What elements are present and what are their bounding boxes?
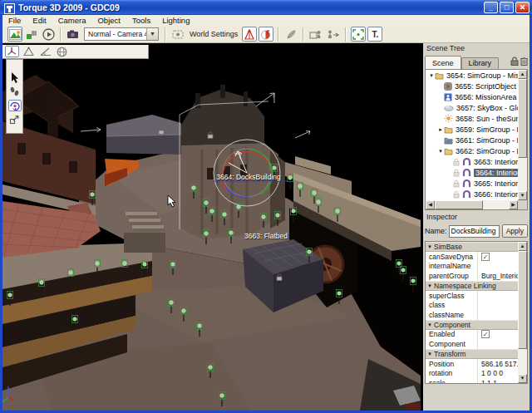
tree-item-3656[interactable]: 3656: MissionArea - Missio bbox=[426, 91, 518, 102]
chevron-down-icon[interactable]: ▼ bbox=[146, 28, 158, 40]
tree-expander[interactable]: ▸ bbox=[437, 126, 444, 133]
property-row-Component: Component bbox=[426, 339, 518, 349]
select-tool-button[interactable] bbox=[8, 71, 22, 83]
property-value[interactable] bbox=[477, 300, 518, 310]
property-value[interactable]: Burg_Interiors bbox=[477, 271, 518, 281]
interior-icon bbox=[462, 189, 471, 199]
rotate-tool-button[interactable] bbox=[8, 100, 22, 111]
tree-vertical-scrollbar[interactable]: ▲ ▼ bbox=[518, 70, 527, 200]
toolbar-separator bbox=[60, 27, 62, 42]
world-gizmo-button[interactable] bbox=[5, 46, 19, 57]
tab-library[interactable]: Library bbox=[461, 57, 500, 69]
tree-item-3654[interactable]: ▾3654: SimGroup - MissionGrou bbox=[426, 70, 518, 81]
titlebar[interactable]: Torque 3D 2009 - GDC09 _ □ ✕ bbox=[0, 0, 532, 15]
tree-item-3655[interactable]: 3655: ScriptObject - LevelIn bbox=[426, 81, 518, 91]
tree-horizontal-scrollbar[interactable]: ◀ ▶ bbox=[426, 200, 518, 209]
interior-icon bbox=[462, 179, 471, 188]
interior-icon bbox=[462, 168, 471, 177]
sphere-flag-toggle[interactable] bbox=[259, 27, 273, 42]
angle-snap-button[interactable] bbox=[38, 46, 52, 57]
terrain-tower-toggle[interactable] bbox=[242, 27, 257, 42]
tree-item-3666[interactable]: 3666: InteriorInstanc bbox=[426, 189, 518, 199]
pen-tool-button[interactable] bbox=[283, 27, 298, 42]
close-button[interactable]: ✕ bbox=[515, 2, 530, 13]
lock-icon[interactable] bbox=[510, 57, 519, 67]
play-button[interactable] bbox=[41, 27, 56, 42]
snapshot-button[interactable] bbox=[170, 27, 185, 42]
menu-item-lighting[interactable]: Lighting bbox=[156, 16, 195, 25]
transform-palette bbox=[6, 59, 23, 134]
checkbox-canSaveDyna[interactable]: ✓ bbox=[481, 253, 490, 261]
section-header-simbase[interactable]: ▾SimBase bbox=[426, 242, 518, 252]
tab-scene[interactable]: Scene bbox=[425, 56, 461, 69]
app-icon bbox=[4, 2, 15, 13]
tree-item-3662[interactable]: ▾3662: SimGroup - Burg_Inte bbox=[426, 145, 518, 156]
sun-icon bbox=[444, 114, 453, 123]
inspector-vertical-scrollbar[interactable]: ▲ ▼ bbox=[518, 242, 527, 383]
scene-render: 3664: DocksBuilding 3664: DocksBuilding … bbox=[2, 43, 423, 411]
property-value[interactable] bbox=[477, 291, 518, 301]
trash-icon[interactable] bbox=[520, 57, 528, 67]
section-header-transform[interactable]: ▾Transform bbox=[426, 349, 518, 359]
world-settings-button[interactable]: World Settings bbox=[186, 30, 241, 38]
editor-mini-toolbar bbox=[2, 45, 149, 59]
bounds-toggle-button[interactable] bbox=[351, 27, 366, 42]
name-input[interactable] bbox=[449, 225, 500, 238]
menubar: FileEditCameraObjectToolsLighting bbox=[2, 15, 530, 26]
tree-item-3658[interactable]: 3658: Sun - theSun bbox=[426, 113, 518, 124]
move-tool-button[interactable] bbox=[8, 86, 22, 97]
tree-item-3664[interactable]: 3664: InteriorInstanc bbox=[426, 167, 518, 178]
property-value[interactable] bbox=[477, 339, 518, 349]
checkbox-Enabled[interactable]: ✓ bbox=[481, 330, 490, 338]
text-tool-button[interactable]: T. bbox=[367, 27, 382, 42]
apply-button[interactable]: Apply bbox=[502, 224, 528, 238]
property-value[interactable]: 1 1 1 bbox=[477, 378, 518, 383]
tree-item-label: 3665: InteriorInstanc bbox=[474, 179, 518, 188]
property-label: className bbox=[426, 311, 477, 319]
chevron-down-icon: ▾ bbox=[426, 322, 434, 328]
property-label: canSaveDyna bbox=[426, 253, 477, 261]
menu-item-edit[interactable]: Edit bbox=[27, 16, 52, 25]
property-label: internalName bbox=[426, 262, 477, 270]
property-label: Position bbox=[426, 360, 477, 368]
tree-item-3657[interactable]: 3657: SkyBox - GlobalSky bbox=[426, 102, 518, 113]
viewport-3d[interactable]: 3664: DocksBuilding 3664: DocksBuilding … bbox=[2, 43, 423, 411]
globe-button[interactable] bbox=[55, 46, 69, 57]
menu-item-object[interactable]: Object bbox=[91, 16, 126, 25]
tree-item-3659[interactable]: ▸3659: SimGroup - PlayerDr bbox=[426, 124, 518, 135]
player-move-button[interactable] bbox=[325, 27, 341, 42]
property-value[interactable] bbox=[477, 310, 518, 320]
property-value[interactable]: ✓ bbox=[477, 252, 518, 262]
menu-item-camera[interactable]: Camera bbox=[52, 16, 92, 25]
property-label: rotation bbox=[426, 369, 477, 377]
camera-icon[interactable] bbox=[66, 27, 81, 42]
camera-dropdown[interactable]: Normal - Camera 4 ▼ bbox=[84, 27, 159, 41]
tree-item-3663[interactable]: 3663: InteriorInstanc bbox=[426, 156, 518, 167]
property-value[interactable]: ✓ bbox=[477, 330, 518, 340]
minimize-button[interactable]: _ bbox=[484, 2, 498, 13]
scale-tool-button[interactable] bbox=[8, 114, 22, 125]
tree-item-label: 3662: SimGroup - Burg_Inte bbox=[456, 147, 518, 155]
section-title: Namespace Linking bbox=[434, 282, 496, 290]
section-header-namespace-linking[interactable]: ▾Namespace Linking bbox=[426, 281, 518, 291]
object-editor-button[interactable] bbox=[24, 27, 39, 42]
property-value[interactable]: 586.16 517.71 53 bbox=[477, 359, 518, 369]
section-header-component[interactable]: ▾Component bbox=[426, 320, 518, 330]
menu-item-file[interactable]: File bbox=[2, 16, 27, 25]
folder-icon bbox=[444, 147, 453, 155]
tree-item-label: 3664: InteriorInstanc bbox=[474, 169, 518, 177]
property-row-rotation: rotation1 0 0 0 bbox=[426, 368, 518, 378]
property-value[interactable]: 1 0 0 0 bbox=[477, 368, 518, 378]
main-toolbar: Normal - Camera 4 ▼ World Settings bbox=[2, 26, 530, 43]
tree-item-3661[interactable]: 3661: SimGroup - MegaTer bbox=[426, 135, 518, 145]
player-box-button[interactable] bbox=[308, 27, 323, 42]
world-editor-button[interactable] bbox=[7, 27, 22, 42]
tree-expander[interactable]: ▾ bbox=[437, 148, 444, 155]
maximize-button[interactable]: □ bbox=[500, 2, 514, 13]
property-value[interactable] bbox=[477, 262, 518, 272]
tree-expander[interactable]: ▾ bbox=[428, 72, 435, 79]
snap-triangle-button[interactable] bbox=[22, 46, 36, 57]
tree-item-3665[interactable]: 3665: InteriorInstanc bbox=[426, 178, 518, 189]
menu-item-tools[interactable]: Tools bbox=[126, 16, 156, 25]
tree-item-label: 3659: SimGroup - PlayerDr bbox=[456, 125, 518, 134]
